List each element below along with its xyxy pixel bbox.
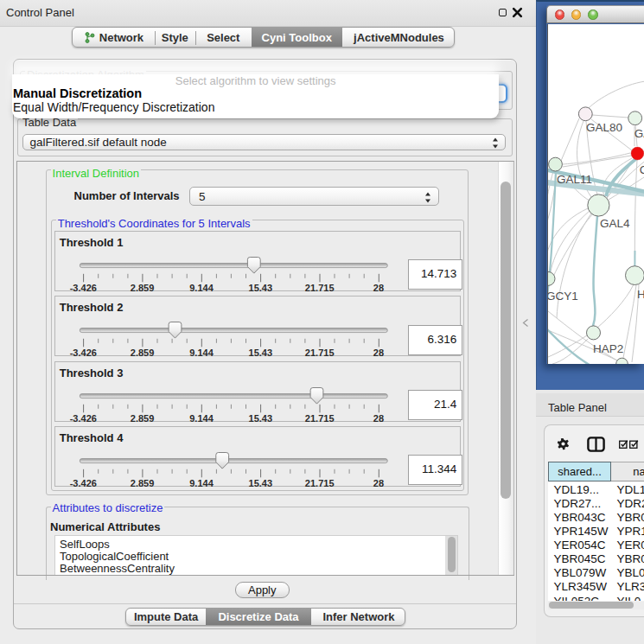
- svg-text:GAL80: GAL80: [586, 121, 622, 134]
- svg-text:H: H: [637, 288, 644, 301]
- svg-text:GAL4: GAL4: [600, 216, 630, 229]
- svg-text:HAP2: HAP2: [593, 342, 623, 355]
- svg-text:GA: GA: [634, 126, 644, 139]
- svg-text:C: C: [639, 163, 644, 175]
- svg-text:GCY1: GCY1: [548, 289, 578, 302]
- svg-text:GAL11: GAL11: [557, 173, 592, 186]
